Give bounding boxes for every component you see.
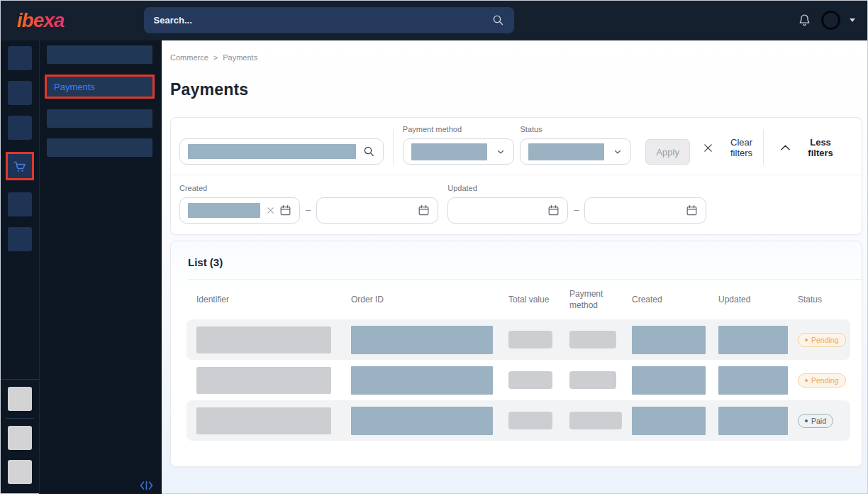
calendar-icon[interactable] [418,204,430,216]
col-header-created: Created [622,294,708,305]
calendar-icon[interactable] [279,204,291,216]
breadcrumb-separator: > [213,53,218,62]
less-filters-button[interactable]: Less filters [780,137,843,158]
identifier-placeholder [196,367,331,394]
user-menu-caret-icon[interactable] [850,18,855,22]
subnav-payments-label: Payments [54,82,95,92]
rail-item-3[interactable] [8,116,32,140]
col-header-total-value: Total value [499,294,560,305]
global-search-input[interactable] [154,15,492,26]
table-row[interactable]: Pending [187,360,850,400]
updated-placeholder [718,366,788,395]
rail-bottom-group [0,379,39,494]
total-value-placeholder [508,331,552,348]
status-value-placeholder [528,143,604,160]
rail-item-5[interactable] [8,192,32,216]
calendar-icon[interactable] [547,204,560,216]
breadcrumb: Commerce > Payments [170,53,862,62]
status-dot [805,379,808,382]
page-title: Payments [170,80,862,99]
rail-item-commerce-active[interactable] [6,152,34,180]
payment-method-label: Payment method [403,125,514,133]
rail-item-1[interactable] [8,46,32,70]
col-header-status: Status [788,294,850,305]
payment-method-placeholder [569,412,622,429]
identifier-placeholder [196,407,331,434]
list-heading: List (3) [171,241,862,279]
filter-divider [393,129,394,165]
rail-divider [6,418,34,419]
date-range-dash: – [574,204,579,216]
col-header-order-id: Order ID [341,294,499,305]
table-header-row: Identifier Order ID Total value Payment … [171,280,862,319]
status-text: Pending [811,376,839,385]
status-select[interactable] [520,138,631,165]
total-value-placeholder [508,371,552,389]
user-avatar[interactable] [821,11,840,30]
ibexa-logo[interactable]: ibexa [17,9,65,32]
less-filters-label: Less filters [798,137,843,158]
rail-bottom-item-3[interactable] [8,460,32,484]
col-header-updated: Updated [708,294,788,305]
rail-item-6[interactable] [8,227,32,251]
payment-method-placeholder [569,331,616,348]
list-search-field[interactable] [179,138,384,165]
status-badge: Paid [798,414,833,428]
chevron-down-icon [496,147,506,157]
filter-divider [763,129,764,165]
status-badge: Pending [798,333,846,347]
status-label: Status [520,125,631,133]
status-text: Paid [811,417,826,425]
global-search[interactable] [144,7,514,33]
order-id-placeholder [351,326,493,354]
col-header-identifier: Identifier [187,294,341,305]
created-to-date-input[interactable] [316,197,438,224]
updated-placeholder [718,407,788,435]
status-badge: Pending [798,373,846,388]
table-row[interactable]: Paid [187,400,850,441]
created-label: Created [179,184,438,192]
status-dot [805,339,808,341]
clear-filters-button[interactable]: Clear filters [703,137,763,158]
created-placeholder [632,366,706,395]
rail-bottom-item-2[interactable] [8,426,32,450]
order-id-placeholder [351,366,493,395]
table-row[interactable]: Pending [187,319,850,360]
clear-date-x-icon[interactable] [267,207,274,214]
created-from-date-input[interactable] [179,197,300,224]
calendar-icon[interactable] [686,204,698,216]
rail-item-2[interactable] [8,81,32,105]
date-range-dash: – [306,204,311,216]
collapse-subnav-icon[interactable] [140,481,153,490]
chevron-down-icon [613,147,623,157]
subnav-item-payments-active[interactable]: Payments [45,75,155,99]
date-value-placeholder [188,203,260,218]
apply-button[interactable]: Apply [645,139,690,165]
status-dot [805,419,808,422]
table-body: Pending Pe [171,319,862,441]
col-header-payment-method: Payment method [560,288,622,311]
updated-placeholder [718,326,788,354]
notifications-bell-icon[interactable] [797,13,812,28]
breadcrumb-commerce[interactable]: Commerce [170,53,208,62]
breadcrumb-payments[interactable]: Payments [223,53,257,62]
clear-x-icon [703,143,713,153]
updated-label: Updated [447,184,706,192]
created-placeholder [632,407,706,435]
updated-to-date-input[interactable] [584,197,706,224]
updated-from-date-input[interactable] [447,197,568,224]
search-icon[interactable] [363,146,375,158]
search-icon[interactable] [492,14,504,26]
subnav-item-4[interactable] [47,138,152,157]
payment-method-select[interactable] [403,138,514,165]
subnav-item-3[interactable] [47,109,152,128]
top-bar: ibexa [0,0,868,40]
total-value-placeholder [508,412,552,429]
subnav-item-1[interactable] [47,45,152,64]
rail-bottom-item-1[interactable] [8,387,32,411]
topbar-right-controls [797,11,855,30]
payment-method-placeholder [569,371,616,389]
payment-method-value-placeholder [411,143,487,160]
main-content: Commerce > Payments Payments Payment [162,40,868,494]
search-value-placeholder [188,144,356,159]
